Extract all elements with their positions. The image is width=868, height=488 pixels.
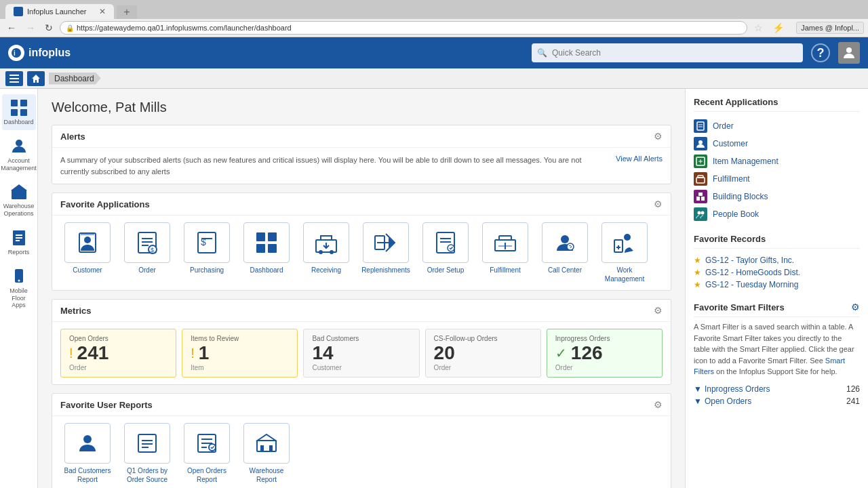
app-item-work-management[interactable]: Work Management (597, 222, 652, 283)
alerts-gear-icon[interactable]: ⚙ (654, 131, 663, 142)
recent-applications-section: Recent Applications Order Customer (694, 97, 860, 223)
fav-records-title: Favorite Records (694, 234, 860, 249)
smart-filter-inprogress[interactable]: ▼ Inprogress Orders 126 (694, 383, 860, 395)
right-panel: Recent Applications Order Customer (685, 89, 868, 488)
search-input[interactable] (532, 43, 803, 62)
svg-point-50 (83, 435, 92, 443)
metric-bad-customers[interactable]: Bad Customers 14 Customer (303, 329, 419, 378)
warning-icon-open-orders: ! (69, 346, 73, 361)
report-item-q1-orders[interactable]: Q1 Orders by Order Source (120, 423, 174, 484)
smart-filter-gear-icon[interactable]: ⚙ (851, 302, 860, 312)
svg-point-75 (698, 211, 701, 215)
app-item-order[interactable]: $ Order (120, 222, 174, 283)
svg-rect-31 (268, 232, 277, 241)
check-icon-inprogress: ✓ (555, 345, 567, 361)
svg-rect-70 (696, 178, 705, 183)
recent-app-label-customer: Customer (713, 139, 748, 148)
app-item-fulfillment[interactable]: Fulfillment (478, 222, 532, 283)
tab-close-button[interactable]: ✕ (99, 7, 106, 16)
main-area: Dashboard Account Management Warehouse O… (0, 89, 868, 488)
report-label-open-orders: Open Orders Report (180, 466, 234, 484)
smart-filter-count-inprogress: 126 (846, 384, 860, 394)
app-label-order: Order (138, 266, 156, 274)
metric-open-orders[interactable]: Open Orders ! 241 Order (60, 329, 176, 378)
browser-tab[interactable]: Infoplus Launcher ✕ (5, 4, 114, 19)
replenishments-app-icon (363, 222, 409, 263)
recent-app-label-people-book: People Book (713, 209, 759, 219)
fav-record-1[interactable]: ★ GS-12 - HomeGoods Dist. (694, 266, 860, 279)
item-mgmt-recent-icon (694, 155, 707, 168)
user-avatar[interactable] (838, 42, 860, 64)
report-label-bad-customers: Bad Customers Report (60, 466, 115, 484)
smart-filter-label-inprogress: Inprogress Orders (705, 384, 770, 394)
sidebar-item-mobile[interactable]: Mobile Floor Apps (2, 263, 36, 313)
url-text: https://gatewaydemo.qa01.infopluswms.com… (77, 24, 292, 32)
recent-app-fulfillment[interactable]: Fulfillment (694, 170, 860, 188)
browser-user-button[interactable]: James @ Infopl... (796, 22, 864, 34)
extensions-icon[interactable]: ⚡ (770, 22, 787, 33)
report-item-open-orders[interactable]: Open Orders Report (180, 423, 234, 484)
open-orders-report-icon (184, 423, 230, 464)
bookmark-star[interactable]: ☆ (751, 22, 766, 33)
svg-rect-61 (260, 445, 264, 451)
smart-filter-open-orders[interactable]: ▼ Open Orders 241 (694, 395, 860, 407)
svg-rect-72 (696, 197, 700, 201)
svg-rect-3 (9, 75, 19, 76)
breadcrumb: Dashboard (49, 73, 101, 85)
svg-rect-33 (268, 244, 277, 253)
smart-filter-title: Favorite Smart Filters (694, 302, 785, 312)
refresh-button[interactable]: ↻ (42, 21, 56, 35)
address-bar[interactable]: 🔒 https://gatewaydemo.qa01.infopluswms.c… (60, 21, 747, 35)
metrics-gear-icon[interactable]: ⚙ (654, 305, 663, 316)
metric-label-cs-followup: CS-Follow-up Orders (434, 335, 532, 342)
back-button[interactable]: ← (4, 21, 19, 35)
sidebar-item-dashboard[interactable]: Dashboard (2, 94, 36, 130)
sidebar: Dashboard Account Management Warehouse O… (0, 89, 38, 488)
fav-star-icon-2: ★ (694, 280, 701, 289)
fav-record-label-2: GS-12 - Tuesday Morning (705, 280, 798, 289)
recent-apps-list: Order Customer Item Management (694, 117, 860, 223)
app-item-purchasing[interactable]: $ Purchasing (180, 222, 234, 283)
fav-apps-gear-icon[interactable]: ⚙ (654, 199, 663, 209)
fav-record-0[interactable]: ★ GS-12 - Taylor Gifts, Inc. (694, 254, 860, 266)
svg-point-48 (624, 234, 631, 241)
app-label-call-center: Call Center (548, 266, 582, 274)
app-item-customer[interactable]: Customer (60, 222, 115, 283)
app-item-order-setup[interactable]: Order Setup (418, 222, 473, 283)
app-item-dashboard[interactable]: Dashboard (239, 222, 294, 283)
app-item-replenishments[interactable]: Replenishments (359, 222, 413, 283)
app-item-receiving[interactable]: Receiving (299, 222, 353, 283)
svg-point-47 (567, 243, 574, 250)
warehouse-report-icon (243, 423, 290, 464)
fav-reports-gear-icon[interactable]: ⚙ (654, 399, 663, 410)
app-logo[interactable]: i infoplus (8, 45, 71, 61)
tab-favicon (14, 7, 23, 16)
smart-filter-label-open-orders: Open Orders (705, 396, 751, 406)
sidebar-item-account[interactable]: Account Management (2, 133, 36, 176)
recent-app-building-blocks[interactable]: Building Blocks (694, 188, 860, 205)
recent-app-people-book[interactable]: People Book (694, 205, 860, 223)
metric-items-review[interactable]: Items to Review ! 1 Item (182, 329, 298, 378)
help-button[interactable]: ? (811, 43, 830, 62)
recent-app-customer[interactable]: Customer (694, 135, 860, 152)
building-blocks-recent-icon (694, 190, 707, 203)
home-button[interactable] (27, 71, 45, 86)
logo-icon: i (8, 45, 24, 61)
recent-app-item-mgmt[interactable]: Item Management (694, 152, 860, 170)
metric-inprogress[interactable]: Inprogress Orders ✓ 126 Order (547, 329, 663, 378)
report-item-warehouse[interactable]: Warehouse Report (239, 423, 294, 484)
recent-app-order[interactable]: Order (694, 117, 860, 135)
metric-cs-followup[interactable]: CS-Follow-up Orders 20 Order (425, 329, 541, 378)
metric-value-open-orders: 241 (77, 344, 109, 363)
sidebar-item-warehouse[interactable]: Warehouse Operations (2, 178, 36, 222)
app-label-fulfillment: Fulfillment (490, 266, 521, 274)
hamburger-menu-button[interactable] (5, 71, 23, 86)
view-all-alerts-link[interactable]: View All Alerts (616, 155, 663, 163)
report-item-bad-customers[interactable]: Bad Customers Report (60, 423, 115, 484)
people-book-recent-icon (694, 207, 707, 221)
sidebar-item-reports[interactable]: Reports (2, 224, 36, 260)
forward-button[interactable]: → (23, 21, 38, 35)
app-item-call-center[interactable]: Call Center (538, 222, 592, 283)
fav-reports-title: Favorite User Reports (60, 400, 153, 410)
fav-record-2[interactable]: ★ GS-12 - Tuesday Morning (694, 279, 860, 291)
